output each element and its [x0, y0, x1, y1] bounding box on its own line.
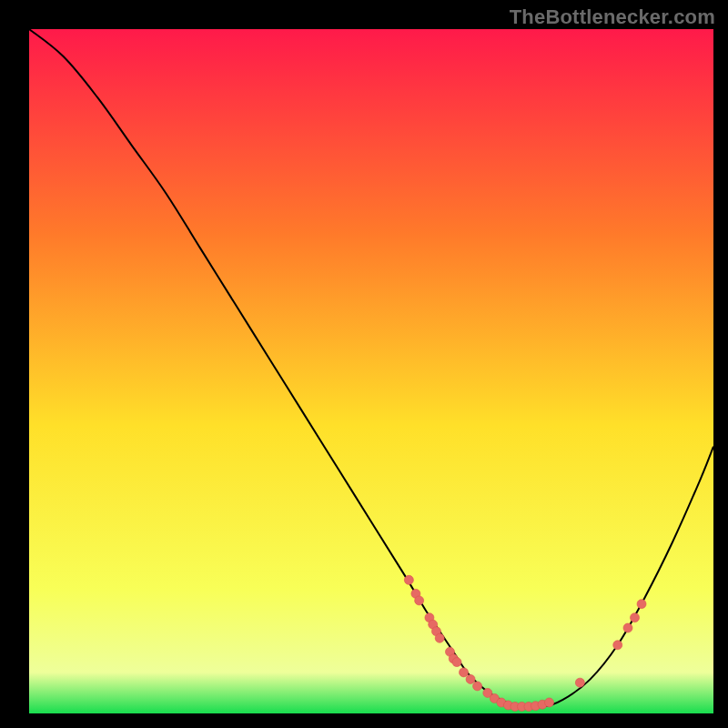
data-point — [452, 658, 461, 667]
data-point — [466, 674, 475, 683]
data-point — [435, 633, 444, 642]
data-point — [631, 613, 640, 622]
data-point — [415, 596, 424, 605]
data-point — [404, 575, 413, 584]
data-point — [545, 698, 554, 707]
attribution-text: TheBottlenecker.com — [510, 5, 715, 29]
data-point — [637, 600, 646, 609]
chart-frame: TheBottlenecker.com — [0, 0, 728, 728]
data-point — [613, 641, 622, 650]
plot-area — [29, 29, 713, 713]
data-point — [473, 682, 482, 691]
data-point — [460, 668, 469, 677]
gradient-background — [29, 29, 713, 713]
bottleneck-chart — [29, 29, 713, 713]
data-point — [623, 623, 632, 632]
data-point — [575, 678, 584, 687]
